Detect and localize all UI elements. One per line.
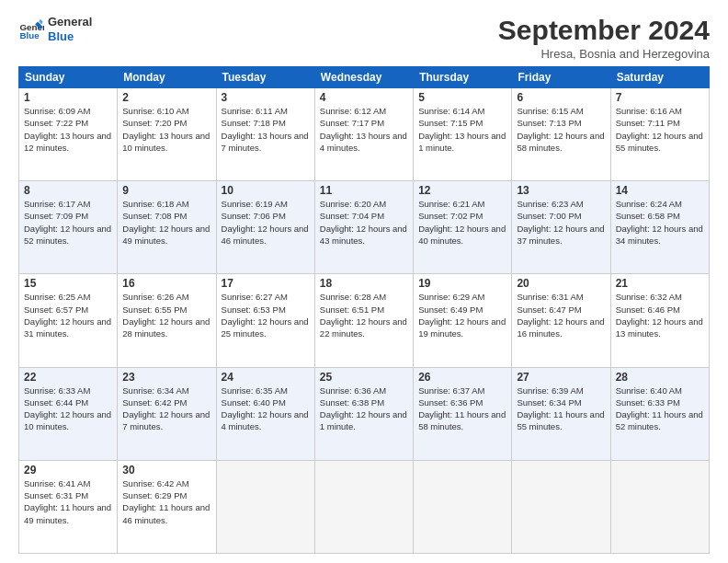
page: General Blue General Blue September 2024… <box>0 0 728 563</box>
day-info: Sunrise: 6:42 AMSunset: 6:29 PMDaylight:… <box>122 477 210 526</box>
day-number: 25 <box>320 371 408 384</box>
table-row: 21Sunrise: 6:32 AMSunset: 6:46 PMDayligh… <box>610 274 709 367</box>
day-number: 16 <box>122 277 210 290</box>
day-info: Sunrise: 6:34 AMSunset: 6:42 PMDaylight:… <box>122 385 210 433</box>
table-row: 6Sunrise: 6:15 AMSunset: 7:13 PMDaylight… <box>512 88 610 181</box>
col-tuesday: Tuesday <box>216 67 314 88</box>
table-row: 13Sunrise: 6:23 AMSunset: 7:00 PMDayligh… <box>512 181 610 274</box>
day-info: Sunrise: 6:37 AMSunset: 6:36 PMDaylight:… <box>418 385 506 433</box>
day-number: 29 <box>24 464 112 477</box>
table-row <box>512 460 610 553</box>
day-info: Sunrise: 6:35 AMSunset: 6:40 PMDaylight:… <box>222 385 310 433</box>
day-info: Sunrise: 6:09 AMSunset: 7:22 PMDaylight:… <box>24 105 112 154</box>
day-number: 15 <box>24 277 112 290</box>
day-number: 28 <box>616 371 704 384</box>
day-number: 26 <box>418 371 506 384</box>
day-number: 11 <box>320 184 408 197</box>
table-row: 8Sunrise: 6:17 AMSunset: 7:09 PMDaylight… <box>19 181 118 274</box>
col-thursday: Thursday <box>414 67 512 88</box>
day-info: Sunrise: 6:17 AMSunset: 7:09 PMDaylight:… <box>24 198 112 247</box>
day-info: Sunrise: 6:12 AMSunset: 7:17 PMDaylight:… <box>320 105 408 154</box>
col-friday: Friday <box>512 67 610 88</box>
day-info: Sunrise: 6:15 AMSunset: 7:13 PMDaylight:… <box>517 105 605 154</box>
day-number: 6 <box>517 91 605 104</box>
day-number: 3 <box>222 91 310 104</box>
day-number: 22 <box>24 371 112 384</box>
day-info: Sunrise: 6:28 AMSunset: 6:51 PMDaylight:… <box>320 291 408 339</box>
day-number: 7 <box>616 91 704 104</box>
table-row: 24Sunrise: 6:35 AMSunset: 6:40 PMDayligh… <box>216 367 314 460</box>
day-info: Sunrise: 6:36 AMSunset: 6:38 PMDaylight:… <box>320 385 408 433</box>
table-row: 9Sunrise: 6:18 AMSunset: 7:08 PMDaylight… <box>118 181 216 274</box>
day-info: Sunrise: 6:21 AMSunset: 7:02 PMDaylight:… <box>418 198 506 247</box>
day-number: 5 <box>418 91 506 104</box>
day-info: Sunrise: 6:11 AMSunset: 7:18 PMDaylight:… <box>222 105 310 154</box>
table-row: 28Sunrise: 6:40 AMSunset: 6:33 PMDayligh… <box>610 367 709 460</box>
calendar-table: Sunday Monday Tuesday Wednesday Thursday… <box>18 66 710 554</box>
table-row: 25Sunrise: 6:36 AMSunset: 6:38 PMDayligh… <box>314 367 413 460</box>
day-number: 18 <box>320 277 408 290</box>
table-row: 5Sunrise: 6:14 AMSunset: 7:15 PMDaylight… <box>414 88 512 181</box>
day-info: Sunrise: 6:16 AMSunset: 7:11 PMDaylight:… <box>616 105 704 154</box>
title-block: September 2024 Hresa, Bosnia and Herzego… <box>498 15 710 61</box>
day-info: Sunrise: 6:23 AMSunset: 7:00 PMDaylight:… <box>517 198 605 247</box>
table-row: 15Sunrise: 6:25 AMSunset: 6:57 PMDayligh… <box>19 274 118 367</box>
table-row <box>414 460 512 553</box>
day-number: 21 <box>616 277 704 290</box>
day-info: Sunrise: 6:39 AMSunset: 6:34 PMDaylight:… <box>517 385 605 433</box>
day-info: Sunrise: 6:18 AMSunset: 7:08 PMDaylight:… <box>122 198 210 247</box>
day-info: Sunrise: 6:32 AMSunset: 6:46 PMDaylight:… <box>616 291 704 339</box>
day-number: 24 <box>222 371 310 384</box>
day-info: Sunrise: 6:33 AMSunset: 6:44 PMDaylight:… <box>24 385 112 433</box>
day-number: 14 <box>616 184 704 197</box>
day-number: 19 <box>418 277 506 290</box>
logo-text: General Blue <box>48 15 92 43</box>
table-row: 3Sunrise: 6:11 AMSunset: 7:18 PMDaylight… <box>216 88 314 181</box>
table-row: 10Sunrise: 6:19 AMSunset: 7:06 PMDayligh… <box>216 181 314 274</box>
logo-icon: General Blue <box>18 17 44 42</box>
day-number: 1 <box>24 91 112 104</box>
day-number: 27 <box>517 371 605 384</box>
day-info: Sunrise: 6:20 AMSunset: 7:04 PMDaylight:… <box>320 198 408 247</box>
table-row: 7Sunrise: 6:16 AMSunset: 7:11 PMDaylight… <box>610 88 709 181</box>
day-number: 10 <box>222 184 310 197</box>
table-row: 19Sunrise: 6:29 AMSunset: 6:49 PMDayligh… <box>414 274 512 367</box>
table-row: 20Sunrise: 6:31 AMSunset: 6:47 PMDayligh… <box>512 274 610 367</box>
day-info: Sunrise: 6:26 AMSunset: 6:55 PMDaylight:… <box>122 291 210 339</box>
col-wednesday: Wednesday <box>314 67 413 88</box>
day-number: 2 <box>122 91 210 104</box>
col-sunday: Sunday <box>19 67 118 88</box>
day-number: 17 <box>222 277 310 290</box>
header: General Blue General Blue September 2024… <box>18 15 710 61</box>
day-number: 12 <box>418 184 506 197</box>
table-row: 29Sunrise: 6:41 AMSunset: 6:31 PMDayligh… <box>19 460 118 553</box>
table-row: 2Sunrise: 6:10 AMSunset: 7:20 PMDaylight… <box>118 88 216 181</box>
table-row: 23Sunrise: 6:34 AMSunset: 6:42 PMDayligh… <box>118 367 216 460</box>
table-row: 1Sunrise: 6:09 AMSunset: 7:22 PMDaylight… <box>19 88 118 181</box>
table-row <box>610 460 709 553</box>
day-number: 4 <box>320 91 408 104</box>
day-info: Sunrise: 6:19 AMSunset: 7:06 PMDaylight:… <box>222 198 310 247</box>
col-monday: Monday <box>118 67 216 88</box>
day-number: 13 <box>517 184 605 197</box>
table-row: 11Sunrise: 6:20 AMSunset: 7:04 PMDayligh… <box>314 181 413 274</box>
day-info: Sunrise: 6:27 AMSunset: 6:53 PMDaylight:… <box>222 291 310 339</box>
col-saturday: Saturday <box>610 67 709 88</box>
table-row: 14Sunrise: 6:24 AMSunset: 6:58 PMDayligh… <box>610 181 709 274</box>
table-row <box>216 460 314 553</box>
day-info: Sunrise: 6:14 AMSunset: 7:15 PMDaylight:… <box>418 105 506 154</box>
table-row: 30Sunrise: 6:42 AMSunset: 6:29 PMDayligh… <box>118 460 216 553</box>
day-number: 30 <box>122 464 210 477</box>
day-number: 20 <box>517 277 605 290</box>
table-row: 22Sunrise: 6:33 AMSunset: 6:44 PMDayligh… <box>19 367 118 460</box>
subtitle: Hresa, Bosnia and Herzegovina <box>498 47 710 61</box>
logo: General Blue General Blue <box>18 15 92 43</box>
day-info: Sunrise: 6:29 AMSunset: 6:49 PMDaylight:… <box>418 291 506 339</box>
table-row: 16Sunrise: 6:26 AMSunset: 6:55 PMDayligh… <box>118 274 216 367</box>
day-number: 8 <box>24 184 112 197</box>
table-row: 17Sunrise: 6:27 AMSunset: 6:53 PMDayligh… <box>216 274 314 367</box>
table-row: 27Sunrise: 6:39 AMSunset: 6:34 PMDayligh… <box>512 367 610 460</box>
table-row: 4Sunrise: 6:12 AMSunset: 7:17 PMDaylight… <box>314 88 413 181</box>
table-row: 18Sunrise: 6:28 AMSunset: 6:51 PMDayligh… <box>314 274 413 367</box>
day-info: Sunrise: 6:25 AMSunset: 6:57 PMDaylight:… <box>24 291 112 339</box>
